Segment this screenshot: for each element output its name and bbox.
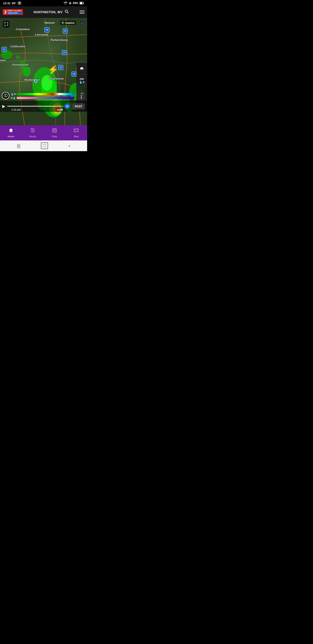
battery-percent: 69% <box>73 2 78 5</box>
location-text: HUNTINGTON, WV <box>33 10 62 14</box>
tab-hourly[interactable]: Hourly <box>22 125 44 140</box>
info-button[interactable]: ⓘ <box>2 92 9 100</box>
svg-line-4 <box>67 12 68 13</box>
home-system-button[interactable]: ☐ <box>41 142 48 149</box>
menu-line <box>79 13 84 14</box>
play-button[interactable]: ▶ <box>2 104 5 109</box>
city-huntington: Huntington <box>24 78 40 82</box>
map-tab-label: Map <box>74 135 79 138</box>
start-time: 9:35 AM <box>12 108 20 111</box>
past-button[interactable]: PAST <box>72 103 85 109</box>
interstate-70: 70 <box>44 28 49 32</box>
back-system-button[interactable]: ‹ <box>69 143 70 149</box>
status-right: ⊘ 69% <box>63 1 84 5</box>
city-charleston: Charleston <box>49 77 64 80</box>
home-tab-label: Home <box>7 135 14 138</box>
precip-mix-icon: 💧❄ <box>79 81 85 84</box>
svg-rect-40 <box>55 130 56 131</box>
app-logo[interactable]: 3 FIRST ALERT WEATHER <box>3 9 23 15</box>
city-portsmouth: Portsmouth <box>12 63 28 66</box>
daily-tab-icon <box>52 128 57 134</box>
24h-layer-button[interactable]: 24h 💧❄ <box>76 75 87 87</box>
system-nav: ||| ☐ ‹ <box>0 140 87 151</box>
svg-rect-31 <box>66 105 67 107</box>
city-newark: Newark <box>44 21 55 24</box>
legend-row-1: 💧❄ <box>11 92 74 96</box>
wifi-icon <box>63 2 67 5</box>
map-tab-icon <box>74 128 79 134</box>
logo-text: FIRST ALERT WEATHER <box>7 10 22 14</box>
svg-rect-39 <box>54 130 55 131</box>
svg-point-28 <box>81 95 82 96</box>
svg-rect-2 <box>80 2 82 4</box>
legend: 💧❄ ❄💧 <box>11 92 74 100</box>
first-alert-label: FIRST ALERT <box>7 10 22 12</box>
logo-number: 3 <box>4 10 6 14</box>
interstate-77-n: 77 <box>63 28 68 34</box>
clock: 12:31 <box>3 2 10 5</box>
city-own: own <box>0 58 6 62</box>
recent-apps-button[interactable]: ||| <box>17 143 20 148</box>
menu-button[interactable] <box>79 10 84 14</box>
tab-bar: Home Hourly Daily <box>0 125 87 140</box>
interstate-79: 79 <box>71 72 76 76</box>
svg-point-29 <box>81 96 82 98</box>
city-parkersburg: Parkersburg <box>50 38 68 42</box>
status-bar: 12:31 85° ✕ ⊘ 69% <box>0 0 87 6</box>
options-button[interactable] <box>77 93 85 101</box>
mapbox-label: mapbox <box>65 22 75 24</box>
mapbox-attribution: mapbox <box>60 20 76 25</box>
map-container[interactable]: Columbus Newark Lancaster Chillicothe Po… <box>0 18 87 125</box>
hourly-tab-label: Hourly <box>29 135 36 138</box>
rain-gradient <box>17 93 74 95</box>
fullscreen-button[interactable] <box>2 20 10 28</box>
top-nav: 3 FIRST ALERT WEATHER HUNTINGTON, WV <box>0 6 87 18</box>
temperature: 85° <box>12 2 16 5</box>
timeline-track[interactable] <box>7 106 70 107</box>
snow-gradient <box>17 97 74 99</box>
timeline-progress <box>7 106 61 107</box>
home-tab-icon <box>8 128 13 134</box>
city-lancaster: Lancaster <box>35 33 48 36</box>
tab-daily[interactable]: Daily <box>43 125 65 140</box>
close-icon: ✕ <box>18 1 21 5</box>
24h-label: 24h <box>80 78 84 80</box>
daily-tab-label: Daily <box>52 135 57 138</box>
tab-map[interactable]: Map <box>65 125 87 140</box>
snow-legend-icon: ❄💧 <box>11 96 16 100</box>
gps-button[interactable]: ⊙ <box>79 20 85 26</box>
city-chillicothe: Chillicothe <box>10 45 25 48</box>
tab-home[interactable]: Home <box>0 125 22 140</box>
svg-rect-32 <box>68 105 68 107</box>
precipitation-layer-button[interactable]: 🌧 <box>76 62 87 75</box>
no-signal-icon: ⊘ <box>69 1 71 5</box>
hourly-tab-icon <box>30 128 35 134</box>
menu-line <box>79 10 84 11</box>
status-left: 12:31 85° ✕ <box>3 1 21 5</box>
interstate-77-s: 77 <box>58 65 63 70</box>
legend-row-2: ❄💧 <box>11 96 74 100</box>
svg-rect-38 <box>53 130 54 131</box>
menu-line <box>79 12 84 12</box>
battery-icon <box>79 2 84 4</box>
interstate-77-m: 77 <box>62 50 67 55</box>
svg-rect-1 <box>83 3 84 4</box>
svg-point-30 <box>81 98 82 99</box>
rain-legend-icon: 💧❄ <box>11 93 16 96</box>
interstate-71: 71 <box>2 47 7 52</box>
location-display[interactable]: HUNTINGTON, WV <box>33 10 69 15</box>
now-label: NOW <box>57 108 63 111</box>
lightning-icon: ⚡ <box>48 65 58 74</box>
timeline-thumb[interactable] <box>64 103 70 109</box>
location-dot <box>34 80 37 83</box>
search-icon[interactable] <box>64 10 69 15</box>
city-columbus: Columbus <box>16 28 30 31</box>
weather-label: WEATHER <box>7 12 22 14</box>
rain-icon: 🌧 <box>79 66 84 71</box>
